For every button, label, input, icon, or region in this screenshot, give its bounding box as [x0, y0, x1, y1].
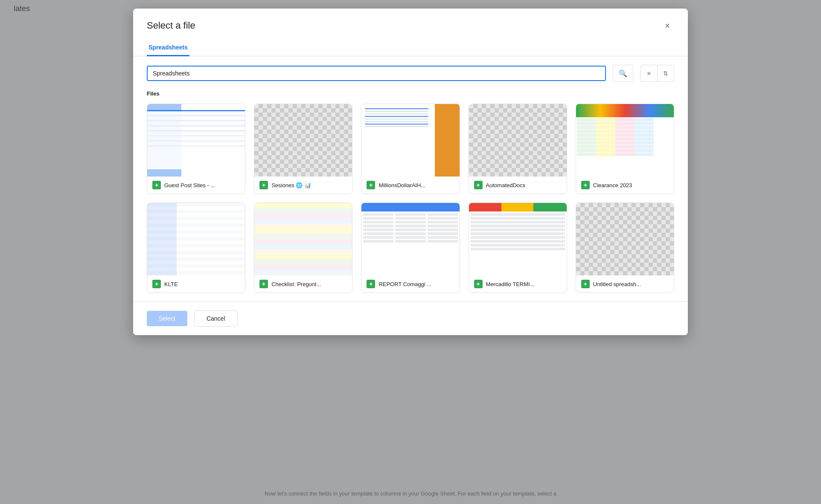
file-card-footer-klte: + KLTE — [147, 275, 245, 293]
clearance-row-7 — [577, 141, 673, 145]
clearance-row-1 — [577, 118, 673, 122]
report-cell-17 — [428, 213, 458, 216]
search-input[interactable] — [147, 66, 606, 81]
file-name-untitled: Untitled spreadsh... — [593, 281, 641, 287]
spreadsheet-icon-untitled: + — [581, 280, 590, 288]
modal-tabs: Spreadsheets — [133, 39, 688, 56]
mercadillo-row-1 — [471, 213, 565, 216]
file-card-checklist[interactable]: + Checklist: Pregunt... — [254, 203, 352, 293]
spreadsheet-icon-clearance: + — [581, 181, 590, 189]
report-cell-18 — [428, 217, 458, 220]
report-cell-7 — [363, 236, 393, 239]
file-card-footer-millions: + MillionsDollarAIH... — [361, 177, 459, 194]
spreadsheet-icon-report: + — [367, 280, 375, 288]
file-thumbnail-mercadillo — [469, 203, 567, 275]
report-header-bar — [361, 203, 459, 211]
report-cell-24 — [428, 240, 458, 243]
search-button[interactable]: 🔍 — [613, 65, 633, 82]
file-card-sesiones[interactable]: + Sesiones 🌐 📊 — [254, 104, 352, 194]
file-card-millions[interactable]: + MillionsDollarAIH... — [361, 104, 460, 194]
spreadsheet-icon-guest: + — [152, 181, 161, 189]
file-card-guest[interactable]: + Guest Post Sites - ... — [147, 104, 245, 194]
report-cell-9 — [395, 213, 425, 216]
report-cell-16 — [395, 240, 425, 243]
file-card-automated[interactable]: + AutomatedDocs — [469, 104, 567, 194]
report-cell-10 — [395, 217, 425, 220]
close-button[interactable]: × — [661, 19, 674, 32]
sort-icon: ⇅ — [663, 70, 668, 77]
thumb-orange-block — [435, 104, 459, 177]
clearance-row-4 — [577, 130, 673, 133]
file-card-clearance[interactable]: + Clearance 2023 — [576, 104, 674, 194]
report-cell-2 — [363, 217, 393, 220]
search-input-wrap — [147, 66, 606, 81]
report-cell-13 — [395, 229, 425, 231]
file-thumbnail-guest — [147, 104, 245, 177]
clearance-top-bar — [576, 104, 674, 117]
spreadsheet-icon-automated: + — [474, 181, 483, 189]
thumb-line-5 — [365, 119, 428, 119]
clearance-row-6 — [577, 137, 673, 141]
report-cell-20 — [428, 225, 458, 227]
search-icon: 🔍 — [619, 70, 627, 78]
report-col-1 — [363, 213, 393, 243]
report-cell-1 — [363, 213, 393, 216]
mercadillo-row-10 — [471, 248, 565, 250]
file-name-clearance: Clearance 2023 — [593, 182, 632, 188]
clearance-row-5 — [577, 133, 673, 137]
thumb-inner-clearance — [576, 104, 674, 177]
modal-title: Select a file — [147, 20, 195, 31]
mercadillo-row-4 — [471, 225, 565, 227]
clearance-row-8 — [577, 145, 673, 148]
file-name-checklist: Checklist: Pregunt... — [271, 281, 321, 287]
thumb-line-2 — [365, 111, 428, 112]
thumb-line-4 — [365, 116, 428, 117]
file-card-mercadillo[interactable]: + Mercadillo TERMI... — [469, 203, 567, 293]
file-card-footer-untitled: + Untitled spreadsh... — [576, 275, 674, 293]
clearance-row-3 — [577, 126, 673, 129]
report-cell-21 — [428, 229, 458, 231]
page-footer: Now let's connect the fields in your tem… — [0, 483, 821, 504]
file-thumbnail-klte — [147, 203, 245, 275]
spreadsheet-icon-klte: + — [152, 280, 161, 288]
report-cell-14 — [395, 232, 425, 235]
thumb-lines — [361, 108, 432, 172]
clearance-rows — [576, 117, 674, 157]
mercadillo-row-9 — [471, 244, 565, 246]
list-view-button[interactable]: ≡ — [640, 65, 657, 82]
thumb-line-7 — [365, 124, 428, 125]
thumb-inner-report — [361, 203, 459, 275]
spreadsheet-icon-millions: + — [367, 181, 375, 189]
files-label: Files — [147, 90, 674, 97]
thumb-inner-guest — [147, 104, 245, 177]
select-button[interactable]: Select — [147, 311, 187, 326]
report-cell-6 — [363, 232, 393, 235]
file-name-guest: Guest Post Sites - ... — [164, 182, 215, 188]
file-thumbnail-sesiones — [254, 104, 352, 177]
modal-dialog: Select a file × Spreadsheets 🔍 ≡ — [133, 9, 688, 335]
report-body-rows — [361, 211, 459, 244]
report-cell-3 — [363, 221, 393, 223]
tab-spreadsheets[interactable]: Spreadsheets — [147, 40, 189, 56]
modal-header: Select a file × — [133, 9, 688, 32]
clearance-row-10 — [577, 153, 673, 156]
view-buttons-group: ≡ ⇅ — [640, 65, 674, 82]
mercadillo-row-2 — [471, 217, 565, 220]
file-card-footer-sesiones: + Sesiones 🌐 📊 — [254, 177, 352, 194]
report-cell-5 — [363, 229, 393, 231]
mercadillo-row-6 — [471, 232, 565, 235]
file-card-untitled[interactable]: + Untitled spreadsh... — [576, 203, 674, 293]
thumb-line-3 — [365, 113, 428, 114]
file-thumbnail-report — [361, 203, 459, 275]
mercadillo-row-8 — [471, 240, 565, 243]
file-card-klte[interactable]: + KLTE — [147, 203, 245, 293]
file-name-klte: KLTE — [164, 281, 178, 287]
file-card-footer-clearance: + Clearance 2023 — [576, 177, 674, 194]
report-cell-15 — [395, 236, 425, 239]
sort-button[interactable]: ⇅ — [657, 65, 674, 82]
cancel-button[interactable]: Cancel — [194, 310, 238, 327]
spreadsheet-icon-mercadillo: + — [474, 280, 483, 288]
file-card-report[interactable]: + REPORT Comaggi ... — [361, 203, 460, 293]
file-name-sesiones: Sesiones 🌐 📊 — [271, 182, 311, 188]
report-col-3 — [428, 213, 458, 243]
